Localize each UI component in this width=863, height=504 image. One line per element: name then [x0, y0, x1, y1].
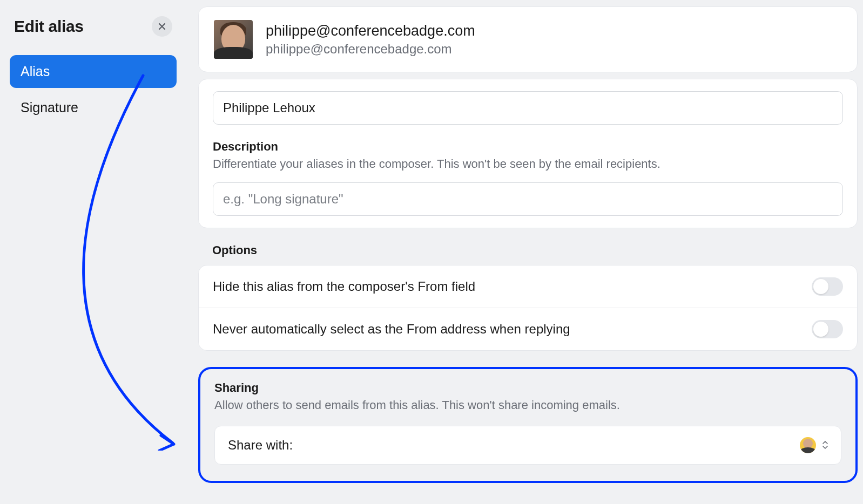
- sharing-title: Sharing: [214, 381, 841, 395]
- alias-header-card: philippe@conferencebadge.com philippe@co…: [198, 6, 858, 72]
- share-with-label: Share with:: [228, 438, 293, 453]
- name-input[interactable]: [213, 91, 843, 125]
- tab-alias[interactable]: Alias: [10, 55, 177, 88]
- sidebar-header: Edit alias: [10, 16, 177, 37]
- avatar: [214, 20, 253, 59]
- alias-header-text: philippe@conferencebadge.com philippe@co…: [266, 23, 475, 57]
- tab-signature[interactable]: Signature: [10, 91, 177, 124]
- options-list: Hide this alias from the composer's From…: [198, 265, 858, 351]
- toggle-hide-from-composer[interactable]: [812, 277, 843, 296]
- alias-email-main: philippe@conferencebadge.com: [266, 23, 475, 39]
- close-button[interactable]: [152, 16, 172, 37]
- toggle-never-auto-select[interactable]: [812, 320, 843, 338]
- alias-email-sub: philippe@conferencebadge.com: [266, 42, 475, 57]
- page-title: Edit alias: [14, 17, 84, 36]
- updown-chevron-icon: [822, 441, 828, 449]
- description-label: Description: [213, 140, 843, 154]
- sidebar: Edit alias Alias Signature: [0, 0, 186, 504]
- option-label: Never automatically select as the From a…: [213, 322, 570, 337]
- toggle-knob: [813, 322, 828, 337]
- description-input[interactable]: [213, 182, 843, 216]
- share-with-row[interactable]: Share with:: [214, 426, 841, 465]
- share-with-control: [800, 437, 828, 453]
- sharing-help: Allow others to send emails from this al…: [214, 397, 841, 414]
- options-title: Options: [198, 243, 858, 257]
- shared-user-avatar: [800, 437, 816, 453]
- description-help: Differentiate your aliases in the compos…: [213, 156, 843, 173]
- description-group: Description Differentiate your aliases i…: [213, 140, 843, 216]
- sharing-section-highlight: Sharing Allow others to send emails from…: [198, 367, 858, 483]
- option-never-auto-select: Never automatically select as the From a…: [199, 308, 857, 350]
- option-hide-from-composer: Hide this alias from the composer's From…: [199, 265, 857, 308]
- main-content: philippe@conferencebadge.com philippe@co…: [186, 0, 863, 504]
- option-label: Hide this alias from the composer's From…: [213, 279, 475, 294]
- details-card: Description Differentiate your aliases i…: [198, 79, 858, 228]
- close-icon: [158, 22, 166, 31]
- toggle-knob: [813, 279, 828, 294]
